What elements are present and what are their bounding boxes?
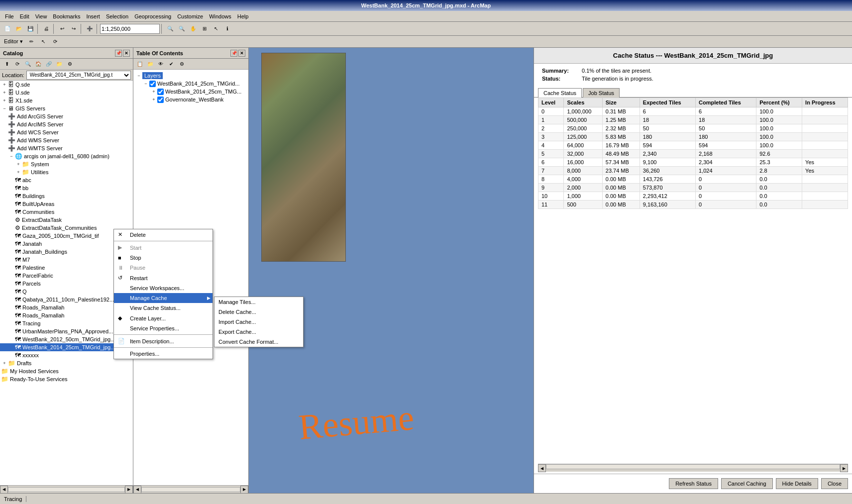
identify-btn[interactable]: ℹ [222, 23, 233, 34]
catalog-item-usde[interactable]: + 🗄 U.sde [0, 89, 133, 97]
expand-icon[interactable]: + [150, 88, 157, 95]
catalog-item-abc[interactable]: 🗺 abc [0, 176, 133, 184]
ctx-manage-cache[interactable]: Manage Cache ▶ [114, 293, 213, 303]
map-area[interactable]: Resume [249, 48, 533, 493]
ctx-delete[interactable]: ✕ Delete [114, 229, 213, 240]
menu-geoprocessing[interactable]: Geoprocessing [131, 12, 174, 20]
catalog-item-add-wmts[interactable]: ➕ Add WMTS Server [0, 144, 133, 152]
catalog-item-westbank2014[interactable]: 🗺 WestBank_2014_25cm_TMGrid_jpg... [0, 343, 133, 351]
save-btn[interactable]: 💾 [25, 23, 36, 34]
catalog-item-add-arcgis[interactable]: ➕ Add ArcGIS Server [0, 112, 133, 120]
toc-list-by-source[interactable]: 📁 [145, 60, 155, 69]
toc-list-by-drawing[interactable]: 📋 [135, 60, 145, 69]
expand-icon[interactable]: + [1, 97, 8, 104]
toc-item-westbank2014[interactable]: − WestBank_2014_25cm_TMGrid... [134, 80, 247, 88]
catalog-item-bb[interactable]: 🗺 bb [0, 184, 133, 192]
toc-pin-btn[interactable]: 📌 [230, 50, 237, 57]
cat-folder-btn[interactable]: 📁 [54, 60, 64, 69]
menu-file[interactable]: File [2, 12, 17, 20]
select-btn[interactable]: ↖ [211, 23, 221, 34]
submenu-convert-cache[interactable]: Convert Cache Format... [214, 337, 303, 347]
full-extent-btn[interactable]: ⊞ [199, 23, 210, 34]
expand-icon[interactable]: + [1, 89, 8, 96]
cat-refresh-btn[interactable]: ⟳ [12, 60, 22, 69]
toc-item-governorate[interactable]: + Governorate_WestBank [134, 96, 247, 103]
hide-details-btn[interactable]: Hide Details [776, 478, 818, 489]
toc-checkbox-governorate[interactable] [157, 97, 164, 103]
submenu-delete-cache[interactable]: Delete Cache... [214, 307, 303, 317]
expand-icon[interactable]: − [142, 80, 149, 87]
expand-icon[interactable]: + [150, 96, 157, 103]
catalog-item-urban[interactable]: 🗺 UrbanMasterPlans_PNA_Approved... [0, 327, 133, 335]
expand-icon[interactable]: + [1, 81, 8, 88]
catalog-item-extractdatatask-comm[interactable]: ⚙ ExtractDataTask_Communities [0, 224, 133, 232]
cat-connect-btn[interactable]: 🔗 [44, 60, 54, 69]
cache-table-container[interactable]: Level Scales Size Expected Tiles Complet… [534, 98, 852, 462]
toc-item-westbank-tmg[interactable]: + WestBank_2014_25cm_TMG... [134, 88, 247, 96]
new-btn[interactable]: 📄 [2, 23, 13, 34]
catalog-item-utilities[interactable]: + 📁 Utilities [0, 168, 133, 176]
menu-help[interactable]: Help [234, 12, 252, 20]
expand-icon[interactable]: + [1, 360, 8, 367]
scroll-left-btn[interactable]: ◀ [0, 486, 8, 494]
refresh-status-btn[interactable]: Refresh Status [669, 478, 718, 489]
ctx-stop[interactable]: ■ Stop [114, 253, 213, 263]
catalog-item-hosted[interactable]: 📁 My Hosted Services [0, 367, 133, 375]
toc-close-btn[interactable]: ✕ [238, 50, 245, 57]
catalog-item-drafts[interactable]: + 📁 Drafts [0, 359, 133, 367]
catalog-item-system[interactable]: + 📁 System [0, 160, 133, 168]
zoom-in-btn[interactable]: 🔍 [165, 23, 176, 34]
toc-options[interactable]: ⚙ [177, 60, 187, 69]
catalog-close-btn[interactable]: ✕ [123, 50, 130, 57]
edit-tool-1[interactable]: ✏ [26, 36, 37, 47]
tab-job-status[interactable]: Job Status [583, 88, 620, 98]
menu-bookmarks[interactable]: Bookmarks [50, 12, 83, 20]
location-combo[interactable]: WestBank_2014_25cm_TMGrid_jpg.t [26, 71, 131, 80]
ctx-item-description[interactable]: 📄 Item Description... [114, 336, 213, 346]
menu-selection[interactable]: Selection [103, 12, 131, 20]
ctx-service-properties[interactable]: Service Properties... [114, 323, 213, 333]
scroll-right-btn[interactable]: ▶ [840, 464, 848, 472]
cache-hscrollbar[interactable]: ◀ ▶ [538, 464, 848, 472]
expand-icon[interactable]: − [8, 153, 15, 160]
catalog-item-builtup[interactable]: 🗺 BuiltUpAreas [0, 200, 133, 208]
ctx-service-workspaces[interactable]: Service Workspaces... [114, 283, 213, 293]
toc-list-by-selection[interactable]: ✔ [166, 60, 176, 69]
menu-windows[interactable]: Windows [206, 12, 234, 20]
pan-btn[interactable]: ✋ [188, 23, 199, 34]
ctx-restart[interactable]: ↺ Restart [114, 273, 213, 283]
expand-icon[interactable]: − [1, 105, 8, 112]
open-btn[interactable]: 📂 [13, 23, 24, 34]
menu-customize[interactable]: Customize [174, 12, 206, 20]
catalog-item-q[interactable]: 🗺 Q [0, 288, 133, 296]
catalog-item-janatah[interactable]: 🗺 Janatah [0, 240, 133, 248]
submenu-import-cache[interactable]: Import Cache... [214, 317, 303, 327]
catalog-item-tracing[interactable]: 🗺 Tracing [0, 319, 133, 327]
cat-up-btn[interactable]: ⬆ [2, 60, 12, 69]
cat-search-btn[interactable]: 🔍 [23, 60, 33, 69]
catalog-item-roads1[interactable]: 🗺 Roads_Ramallah [0, 303, 133, 311]
catalog-item-add-wcs[interactable]: ➕ Add WCS Server [0, 128, 133, 136]
scroll-right-btn[interactable]: ▶ [240, 486, 248, 494]
catalog-item-x1sde[interactable]: + 🗄 X1.sde [0, 97, 133, 104]
catalog-item-parcelfabric[interactable]: 🗺 ParcelFabric [0, 272, 133, 280]
submenu-manage-tiles[interactable]: Manage Tiles... [214, 297, 303, 307]
catalog-item-gis-servers[interactable]: − 🖥 GIS Servers [0, 104, 133, 112]
catalog-item-add-arcims[interactable]: ➕ Add ArcIMS Server [0, 120, 133, 128]
redo-btn[interactable]: ↪ [68, 23, 79, 34]
catalog-item-buildings[interactable]: 🗺 Buildings [0, 192, 133, 200]
undo-btn[interactable]: ↩ [57, 23, 68, 34]
catalog-item-roads2[interactable]: 🗺 Roads_Ramallah [0, 311, 133, 319]
scroll-track[interactable] [546, 464, 840, 469]
toc-checkbox-westbank-tmg[interactable] [157, 89, 164, 95]
scroll-track[interactable] [8, 487, 125, 492]
expand-icon[interactable]: + [15, 169, 22, 176]
ctx-pause[interactable]: ⏸ Pause [114, 263, 213, 273]
submenu-export-cache[interactable]: Export Cache... [214, 327, 303, 337]
catalog-item-arcgis-server[interactable]: − 🌐 arcgis on jamal-dell1_6080 (admin) [0, 152, 133, 160]
print-btn[interactable]: 🖨 [41, 23, 52, 34]
catalog-item-qsde[interactable]: + 🗄 Q.sde [0, 81, 133, 89]
scroll-right-btn[interactable]: ▶ [125, 486, 133, 494]
ctx-view-cache[interactable]: View Cache Status... [114, 303, 213, 313]
scroll-left-btn[interactable]: ◀ [133, 486, 141, 494]
